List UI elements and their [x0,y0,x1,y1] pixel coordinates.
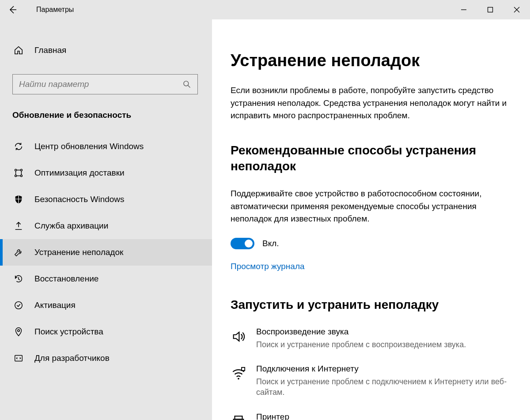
sidebar-nav-list: Центр обновления Windows Оптимизация дос… [0,133,212,371]
recommended-desc: Поддерживайте свое устройство в работосп… [231,188,512,225]
toggle-knob-icon [245,240,253,248]
sidebar-item-delivery-opt[interactable]: Оптимизация доставки [0,160,212,186]
svg-rect-15 [235,416,242,419]
sidebar-item-label: Служба архивации [34,221,108,231]
maximize-icon [487,7,493,13]
printer-icon [231,414,246,420]
sidebar-item-windows-update[interactable]: Центр обновления Windows [0,133,212,160]
sidebar-item-label: Оптимизация доставки [34,168,125,178]
wrench-icon [13,247,24,258]
back-arrow-icon [8,5,17,14]
svg-point-9 [20,175,22,176]
sidebar-item-activation[interactable]: Активация [0,292,212,319]
troubleshooter-title: Подключения к Интернету [256,364,512,374]
troubleshooter-desc: Поиск и устранение проблем с воспроизвед… [256,339,466,350]
sidebar-item-label: Поиск устройства [34,327,103,337]
sidebar-item-win-security[interactable]: Безопасность Windows [0,186,212,213]
close-icon [514,7,520,13]
troubleshooter-title: Принтер [256,412,289,420]
troubleshooter-title: Воспроизведение звука [256,327,466,337]
location-icon [13,326,24,337]
sidebar-item-label: Активация [34,300,76,310]
history-icon [13,274,24,284]
svg-rect-1 [488,8,493,12]
sidebar-item-label: Безопасность Windows [34,195,125,204]
troubleshooter-internet[interactable]: Подключения к Интернету Поиск и устранен… [231,364,512,398]
minimize-icon [461,7,467,13]
search-input-wrap[interactable] [12,74,198,94]
recommended-toggle[interactable] [231,238,254,249]
sidebar-item-backup[interactable]: Служба архивации [0,213,212,239]
titlebar: Параметры [0,0,530,19]
minimize-button[interactable] [450,0,477,19]
svg-point-13 [238,378,239,380]
svg-point-4 [184,81,189,86]
sidebar-item-label: Главная [34,45,66,55]
sidebar-item-label: Центр обновления Windows [34,142,144,151]
check-circle-icon [13,300,24,311]
sidebar-item-for-developers[interactable]: Для разработчиков [0,345,212,371]
sidebar-item-home[interactable]: Главная [0,37,212,64]
troubleshooter-audio[interactable]: Воспроизведение звука Поиск и устранение… [231,327,512,350]
shield-icon [13,194,24,205]
search-input[interactable] [18,79,182,90]
troubleshooter-printer[interactable]: Принтер [231,412,512,420]
speaker-icon [231,329,246,345]
sidebar: Главная Обновление и безопасность Це [0,19,212,420]
svg-rect-12 [15,356,23,361]
wifi-icon [231,366,246,382]
search-icon [182,79,192,90]
sidebar-item-find-device[interactable]: Поиск устройства [0,319,212,345]
upload-icon [13,221,24,231]
network-icon [13,168,24,178]
sidebar-item-label: Восстановление [34,274,98,284]
sidebar-item-recovery[interactable]: Восстановление [0,266,212,292]
back-button[interactable] [0,0,26,19]
svg-point-7 [20,169,22,171]
refresh-icon [13,141,24,152]
code-icon [13,353,24,364]
sidebar-item-label: Устранение неполадок [34,248,123,257]
toggle-state-label: Вкл. [262,239,279,248]
sidebar-section-title: Обновление и безопасность [0,108,212,133]
settings-window: Параметры Главная [0,0,530,420]
sidebar-item-troubleshoot[interactable]: Устранение неполадок [0,239,212,266]
maximize-button[interactable] [477,0,504,19]
recommended-heading: Рекомендованные способы устранения непол… [231,142,512,175]
svg-point-11 [18,330,20,332]
troubleshooter-desc: Поиск и устранение проблем с подключение… [256,376,512,398]
svg-point-6 [15,169,17,171]
home-icon [13,45,24,56]
svg-line-5 [188,86,190,88]
intro-text: Если возникли проблемы в работе, попробу… [231,84,512,122]
main-panel: Устранение неполадок Если возникли пробл… [212,19,530,420]
view-history-link[interactable]: Просмотр журнала [231,262,512,271]
page-title: Устранение неполадок [231,51,512,70]
svg-point-10 [15,302,23,309]
close-button[interactable] [504,0,530,19]
window-title: Параметры [36,6,74,14]
sidebar-item-label: Для разработчиков [34,353,110,363]
svg-point-8 [15,175,17,176]
run-heading: Запустить и устранить неполадку [231,298,512,312]
